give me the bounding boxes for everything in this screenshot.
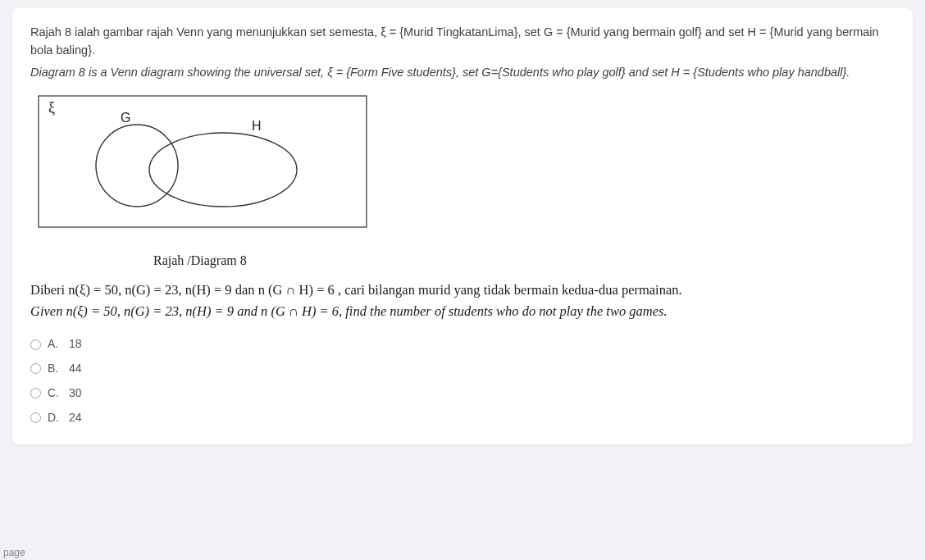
given-en: Given n(ξ) = 50, n(G) = 23, n(H) = 9 and… bbox=[30, 301, 895, 322]
given-info: Diberi n(ξ) = 50, n(G) = 23, n(H) = 9 da… bbox=[30, 280, 895, 323]
set-g-label: G bbox=[121, 111, 130, 125]
diagram-caption: Rajah /Diagram 8 bbox=[153, 251, 895, 271]
option-letter: A. bbox=[48, 335, 62, 353]
option-a[interactable]: A. 18 bbox=[30, 332, 895, 357]
question-intro-my: Rajah 8 ialah gambar rajah Venn yang men… bbox=[30, 23, 895, 60]
set-h-label: H bbox=[252, 119, 262, 133]
question-intro-en: Diagram 8 is a Venn diagram showing the … bbox=[30, 63, 895, 81]
svg-point-2 bbox=[149, 133, 297, 207]
option-value: 18 bbox=[69, 335, 82, 353]
page-footer-hint: page bbox=[0, 547, 25, 558]
option-letter: D. bbox=[48, 409, 62, 427]
question-card: Rajah 8 ialah gambar rajah Venn yang men… bbox=[12, 8, 913, 444]
svg-point-1 bbox=[96, 125, 178, 207]
option-d[interactable]: D. 24 bbox=[30, 406, 895, 430]
radio-icon bbox=[30, 339, 41, 350]
option-c[interactable]: C. 30 bbox=[30, 381, 895, 406]
radio-icon bbox=[30, 388, 41, 398]
given-my: Diberi n(ξ) = 50, n(G) = 23, n(H) = 9 da… bbox=[30, 280, 895, 301]
answer-options: A. 18 B. 44 C. 30 D. 24 bbox=[30, 332, 895, 430]
option-letter: B. bbox=[48, 360, 62, 378]
option-value: 30 bbox=[69, 385, 82, 403]
option-value: 24 bbox=[69, 409, 82, 427]
option-letter: C. bbox=[48, 385, 62, 403]
radio-icon bbox=[30, 363, 41, 374]
svg-rect-0 bbox=[39, 96, 367, 227]
option-b[interactable]: B. 44 bbox=[30, 357, 895, 381]
radio-icon bbox=[30, 412, 41, 423]
venn-diagram: ξ G H bbox=[30, 88, 895, 240]
universal-label: ξ bbox=[48, 99, 55, 116]
option-value: 44 bbox=[69, 360, 82, 378]
